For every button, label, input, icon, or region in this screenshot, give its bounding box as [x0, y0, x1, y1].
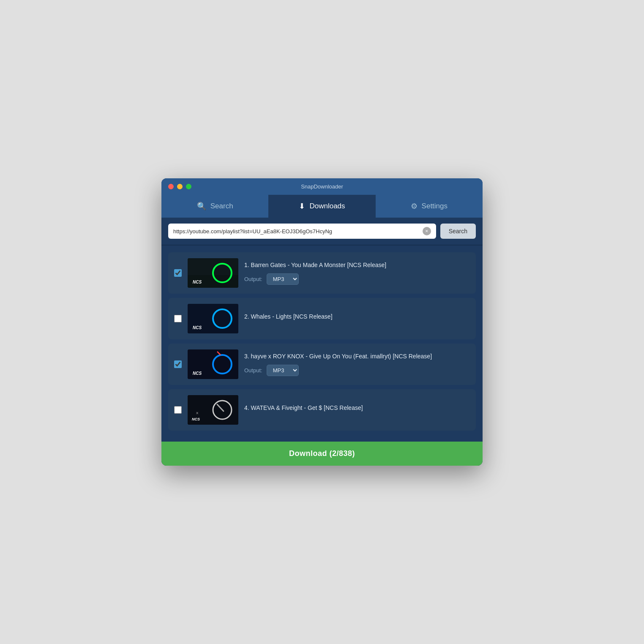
track-item: NCS 3. hayve x ROY KNOX - Give Up On You…	[168, 344, 476, 385]
track-3-output: Output: MP3 MP4 WAV FLAC	[244, 365, 470, 376]
downloads-tab-label: Downloads	[309, 202, 345, 210]
track-2-checkbox[interactable]	[174, 315, 182, 322]
track-2-info: 2. Whales - Lights [NCS Release]	[244, 313, 470, 325]
downloads-tab-icon: ⬇	[299, 202, 305, 211]
svg-text:X: X	[196, 411, 199, 415]
title-bar: SnapDownloader	[161, 178, 483, 195]
track-item: NCS 1. Barren Gates - You Made A Monster…	[168, 252, 476, 294]
track-4-checkbox[interactable]	[174, 406, 182, 414]
track-3-info: 3. hayve x ROY KNOX - Give Up On You (Fe…	[244, 352, 470, 376]
maximize-button[interactable]	[186, 184, 191, 189]
content-area: NCS 1. Barren Gates - You Made A Monster…	[161, 246, 483, 442]
track-4-thumbnail: NCS X	[188, 395, 238, 425]
search-button[interactable]: Search	[440, 224, 476, 239]
track-1-thumbnail: NCS	[188, 258, 238, 288]
track-3-output-label: Output:	[244, 367, 262, 374]
settings-tab-icon: ⚙	[411, 202, 418, 211]
tab-search[interactable]: 🔍 Search	[161, 195, 268, 218]
svg-text:NCS: NCS	[193, 280, 202, 284]
tab-downloads[interactable]: ⬇ Downloads	[268, 195, 375, 218]
track-item: NCS 2. Whales - Lights [NCS Release]	[168, 298, 476, 339]
minimize-button[interactable]	[177, 184, 183, 189]
url-input-wrapper: ×	[168, 224, 436, 239]
close-button[interactable]	[168, 184, 174, 189]
tab-settings[interactable]: ⚙ Settings	[376, 195, 483, 218]
track-1-title: 1. Barren Gates - You Made A Monster [NC…	[244, 261, 470, 269]
track-1-checkbox[interactable]	[174, 269, 182, 277]
track-2-title: 2. Whales - Lights [NCS Release]	[244, 313, 470, 320]
settings-tab-label: Settings	[422, 202, 448, 210]
download-button[interactable]: Download (2/838)	[161, 442, 483, 466]
track-1-output-label: Output:	[244, 276, 262, 282]
svg-text:NCS: NCS	[193, 325, 202, 330]
svg-text:NCS: NCS	[193, 371, 202, 376]
search-tab-label: Search	[210, 202, 233, 210]
track-item: NCS X 4. WATEVA & Fiveight - Get $ [NCS …	[168, 389, 476, 431]
track-3-format-select[interactable]: MP3 MP4 WAV FLAC	[267, 365, 299, 376]
track-1-output: Output: MP3 MP4 WAV FLAC	[244, 273, 470, 285]
track-2-thumbnail: NCS	[188, 304, 238, 333]
svg-text:NCS: NCS	[192, 417, 200, 421]
search-bar: × Search	[161, 218, 483, 246]
track-4-title: 4. WATEVA & Fiveight - Get $ [NCS Releas…	[244, 404, 470, 412]
tab-bar: 🔍 Search ⬇ Downloads ⚙ Settings	[161, 195, 483, 218]
window-title: SnapDownloader	[301, 183, 343, 190]
track-3-thumbnail: NCS	[188, 349, 238, 379]
track-4-info: 4. WATEVA & Fiveight - Get $ [NCS Releas…	[244, 404, 470, 416]
url-input[interactable]	[173, 228, 419, 235]
search-tab-icon: 🔍	[197, 202, 206, 211]
traffic-lights	[168, 184, 191, 189]
track-3-checkbox[interactable]	[174, 360, 182, 368]
track-3-title: 3. hayve x ROY KNOX - Give Up On You (Fe…	[244, 352, 470, 360]
app-window: SnapDownloader 🔍 Search ⬇ Downloads ⚙ Se…	[161, 178, 483, 466]
track-1-format-select[interactable]: MP3 MP4 WAV FLAC	[267, 273, 299, 285]
clear-button[interactable]: ×	[423, 227, 431, 235]
track-1-info: 1. Barren Gates - You Made A Monster [NC…	[244, 261, 470, 284]
